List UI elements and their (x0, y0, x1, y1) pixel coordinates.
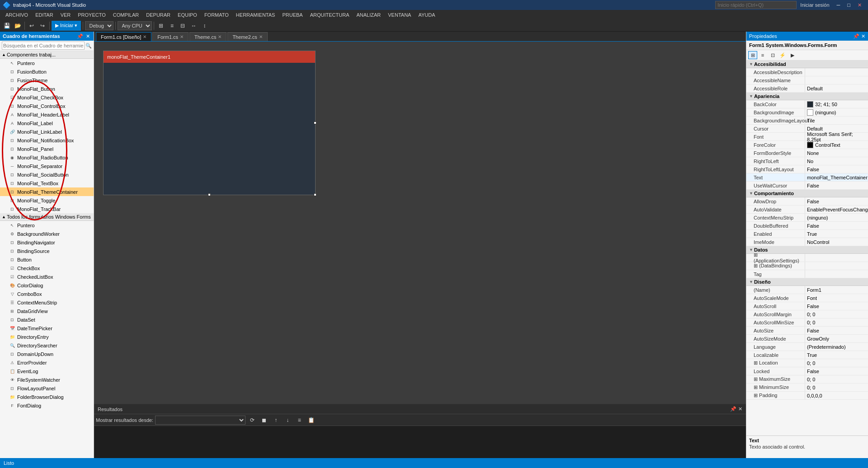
toolbar-format-4[interactable]: ↔ (189, 21, 198, 31)
menu-archivo[interactable]: ARCHIVO (2, 10, 32, 20)
item-directoryentry[interactable]: 📁DirectoryEntry (0, 332, 94, 341)
prop-databindings-value[interactable] (805, 262, 868, 270)
menu-herramientas[interactable]: HERRAMIENTAS (232, 10, 279, 20)
start-button[interactable]: ▶ Iniciar ▾ (52, 21, 81, 31)
item-monoflat-button[interactable]: ⊡MonoFlat_Button (0, 84, 94, 93)
menu-ventana[interactable]: VENTANA (384, 10, 415, 20)
prop-location-value[interactable]: 0; 0 (805, 359, 868, 367)
prop-padding-value[interactable]: 0,0,0,0 (805, 392, 868, 399)
section-apariencia[interactable]: ▼ Apariencia (746, 93, 868, 100)
prop-allowdrop-value[interactable]: False (805, 197, 868, 205)
search-icon[interactable]: 🔍 (85, 43, 92, 49)
section-componentes[interactable]: ▲ Componentes trabaj... (0, 51, 94, 59)
config-dropdown[interactable]: Debug (85, 21, 113, 30)
item-backgroundworker[interactable]: ⚙BackgroundWorker (0, 229, 94, 238)
tab-theme[interactable]: Theme.cs ✕ (189, 32, 226, 41)
item-monoflat-notificationbox[interactable]: ⊡MonoFlat_NotificationBox (0, 136, 94, 145)
item-monoflat-separator[interactable]: ─MonoFlat_Separator (0, 162, 94, 170)
item-bindingsource[interactable]: ⊡BindingSource (0, 247, 94, 255)
results-source-dropdown[interactable] (155, 416, 245, 425)
prop-usewaitcursor-value[interactable]: False (805, 182, 868, 189)
prop-backcolor-value[interactable]: 32; 41; 50 (805, 100, 868, 108)
toolbox-close-icon[interactable]: ✕ (85, 33, 91, 39)
tab-theme2-close[interactable]: ✕ (259, 34, 263, 39)
tab-form1-design-close[interactable]: ✕ (143, 34, 146, 39)
prop-imemode-value[interactable]: NoControl (805, 238, 868, 246)
results-pin[interactable]: 📌 (730, 406, 736, 412)
design-canvas[interactable]: monoFlat_ThemeContainer1 (94, 42, 746, 404)
login-button[interactable]: Iniciar sesión (800, 2, 829, 8)
properties-close-icon[interactable]: ✕ (861, 33, 865, 39)
toolbar-open[interactable]: 📂 (13, 21, 23, 31)
prop-btn-alpha[interactable]: ≡ (758, 51, 767, 59)
item-eventlog[interactable]: 📋EventLog (0, 367, 94, 375)
prop-btn-props[interactable]: ⊡ (768, 51, 777, 59)
item-puntero-2[interactable]: ↖Puntero (0, 221, 94, 229)
prop-forecolor-value[interactable]: ControlText (805, 141, 868, 149)
item-domainupdown[interactable]: ⊡DomainUpDown (0, 350, 94, 358)
prop-autoscalemode-value[interactable]: Font (805, 294, 868, 302)
toolbar-redo[interactable]: ↪ (38, 21, 47, 31)
tab-form1-design[interactable]: Form1.cs [Diseño] ✕ (96, 32, 151, 41)
item-filesystemwatcher[interactable]: 👁FileSystemWatcher (0, 375, 94, 384)
item-bindingnavigator[interactable]: ⊡BindingNavigator (0, 238, 94, 247)
prop-btn-events[interactable]: ⚡ (778, 51, 787, 59)
item-monoflat-themecontainer[interactable]: ⊡MonoFlat_ThemeContainer (0, 187, 94, 196)
resize-handle-corner[interactable] (314, 193, 316, 196)
prop-locked-value[interactable]: False (805, 367, 868, 375)
menu-arquitectura[interactable]: ARQUITECTURA (307, 10, 353, 20)
results-btn-6[interactable]: 📋 (306, 415, 316, 425)
results-btn-4[interactable]: ↓ (283, 415, 292, 425)
prop-formborderstyle-value[interactable]: None (805, 149, 868, 157)
prop-font-value[interactable]: Microsoft Sans Serif; 8,25pt (805, 133, 868, 140)
menu-proyecto[interactable]: PROYECTO (74, 10, 109, 20)
menu-analizar[interactable]: ANALIZAR (353, 10, 384, 20)
item-folderbrowserdialog[interactable]: 📁FolderBrowserDialog (0, 393, 94, 401)
prop-autosize-value[interactable]: False (805, 327, 868, 334)
menu-formato[interactable]: FORMATO (201, 10, 232, 20)
item-puntero-1[interactable]: ↖Puntero (0, 59, 94, 67)
menu-editar[interactable]: EDITAR (32, 10, 57, 20)
prop-enabled-value[interactable]: True (805, 230, 868, 238)
item-checkbox[interactable]: ☑CheckBox (0, 264, 94, 272)
menu-ver[interactable]: VER (57, 10, 75, 20)
prop-righttoleft-value[interactable]: No (805, 157, 868, 165)
section-winforms[interactable]: ▲ Todos los formularios Windows Forms (0, 213, 94, 221)
section-accesibilidad[interactable]: ▼ Accesibilidad (746, 61, 868, 68)
tab-form1[interactable]: Form1.cs ✕ (152, 32, 189, 41)
quick-search-input[interactable] (715, 1, 797, 9)
close-button[interactable]: ✕ (854, 0, 865, 10)
prop-accessible-role-value[interactable]: Default (805, 84, 868, 92)
item-monoflat-socialbutton[interactable]: ⊡MonoFlat_SocialButton (0, 170, 94, 179)
item-fontdialog[interactable]: FFontDialog (0, 401, 94, 410)
prop-righttoleftlayout-value[interactable]: False (805, 165, 868, 173)
prop-name-value[interactable]: Form1 (805, 286, 868, 294)
prop-btn-category[interactable]: ⊞ (748, 51, 757, 59)
toolbar-save[interactable]: 💾 (2, 21, 12, 31)
prop-backgroundimagelayout-value[interactable]: Tile (805, 117, 868, 124)
results-btn-5[interactable]: ≡ (294, 415, 304, 425)
item-datetimepicker[interactable]: 📅DateTimePicker (0, 324, 94, 332)
prop-text-value[interactable]: monoFlat_ThemeContainer1 (805, 173, 868, 181)
results-btn-2[interactable]: ◼ (259, 415, 269, 425)
item-datagridview[interactable]: ⊞DataGridView (0, 307, 94, 315)
toolbar-format-2[interactable]: ≡ (167, 21, 177, 31)
prop-autoscrollmargin-value[interactable]: 0; 0 (805, 310, 868, 318)
item-checkedlistbox[interactable]: ☑CheckedListBox (0, 272, 94, 281)
prop-applicationsettings-value[interactable] (805, 254, 868, 262)
prop-autovalidate-value[interactable]: EnablePreventFocusChange (805, 206, 868, 213)
results-btn-1[interactable]: ⟳ (247, 415, 257, 425)
menu-equipo[interactable]: EQUIPO (174, 10, 201, 20)
toolbar-format-3[interactable]: ⊟ (178, 21, 188, 31)
tab-theme2[interactable]: Theme2.cs ✕ (227, 32, 267, 41)
toolbox-pin[interactable]: 📌 (76, 33, 84, 39)
prop-backgroundimage-value[interactable]: (ninguno) (805, 108, 868, 116)
prop-accessible-desc-value[interactable] (805, 68, 868, 76)
design-form-body[interactable] (104, 63, 315, 195)
section-comportamiento[interactable]: ▼ Comportamiento (746, 190, 868, 197)
prop-btn-more[interactable]: ▶ (788, 51, 797, 59)
item-monoflat-headerlabel[interactable]: AMonoFlat_HeaderLabel (0, 110, 94, 119)
tab-theme-close[interactable]: ✕ (218, 34, 222, 39)
item-fusionbutton[interactable]: ⊡FusionButton (0, 67, 94, 76)
menu-compilar[interactable]: COMPILAR (109, 10, 142, 20)
